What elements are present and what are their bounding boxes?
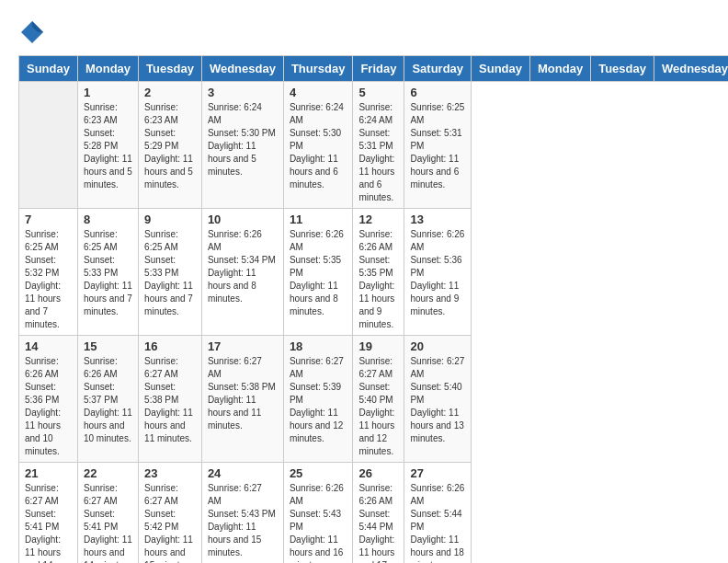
calendar-cell: 5Sunrise: 6:24 AMSunset: 5:31 PMDaylight… [353, 82, 404, 209]
calendar-cell: 8Sunrise: 6:25 AMSunset: 5:33 PMDaylight… [77, 209, 138, 336]
day-info: Sunrise: 6:27 AMSunset: 5:43 PMDaylight:… [208, 482, 278, 559]
day-info: Sunrise: 6:26 AMSunset: 5:44 PMDaylight:… [358, 482, 398, 563]
day-number: 27 [410, 466, 465, 480]
calendar-cell: 3Sunrise: 6:24 AMSunset: 5:30 PMDaylight… [201, 82, 283, 209]
day-info: Sunrise: 6:27 AMSunset: 5:40 PMDaylight:… [410, 355, 465, 445]
calendar-cell: 6Sunrise: 6:25 AMSunset: 5:31 PMDaylight… [404, 82, 472, 209]
calendar-cell: 19Sunrise: 6:27 AMSunset: 5:40 PMDayligh… [353, 336, 404, 463]
day-number: 24 [208, 466, 278, 480]
col-header-thursday: Thursday [283, 56, 353, 82]
day-number: 22 [84, 466, 132, 480]
day-info: Sunrise: 6:23 AMSunset: 5:29 PMDaylight:… [144, 101, 196, 191]
day-number: 14 [25, 339, 72, 353]
day-info: Sunrise: 6:27 AMSunset: 5:41 PMDaylight:… [25, 482, 72, 563]
day-info: Sunrise: 6:27 AMSunset: 5:39 PMDaylight:… [290, 355, 347, 445]
day-number: 17 [208, 339, 278, 353]
day-info: Sunrise: 6:26 AMSunset: 5:43 PMDaylight:… [290, 482, 347, 563]
day-info: Sunrise: 6:26 AMSunset: 5:44 PMDaylight:… [410, 482, 465, 563]
day-info: Sunrise: 6:25 AMSunset: 5:31 PMDaylight:… [410, 101, 465, 191]
day-info: Sunrise: 6:24 AMSunset: 5:30 PMDaylight:… [208, 101, 278, 178]
day-info: Sunrise: 6:27 AMSunset: 5:42 PMDaylight:… [144, 482, 196, 563]
calendar-cell: 16Sunrise: 6:27 AMSunset: 5:38 PMDayligh… [139, 336, 202, 463]
day-info: Sunrise: 6:26 AMSunset: 5:35 PMDaylight:… [290, 228, 347, 318]
col-header-tuesday: Tuesday [139, 56, 202, 82]
day-number: 21 [25, 466, 72, 480]
calendar-table: SundayMondayTuesdayWednesdayThursdayFrid… [18, 55, 728, 563]
day-info: Sunrise: 6:25 AMSunset: 5:32 PMDaylight:… [25, 228, 72, 331]
col-header-saturday: Saturday [404, 56, 472, 82]
day-info: Sunrise: 6:24 AMSunset: 5:30 PMDaylight:… [290, 101, 347, 191]
col-header-wednesday: Wednesday [201, 56, 283, 82]
calendar-cell: 11Sunrise: 6:26 AMSunset: 5:35 PMDayligh… [283, 209, 353, 336]
calendar-cell: 10Sunrise: 6:26 AMSunset: 5:34 PMDayligh… [201, 209, 283, 336]
calendar-cell: 25Sunrise: 6:26 AMSunset: 5:43 PMDayligh… [283, 463, 353, 564]
day-number: 7 [25, 213, 72, 226]
calendar-cell: 27Sunrise: 6:26 AMSunset: 5:44 PMDayligh… [404, 463, 472, 564]
day-number: 26 [358, 466, 398, 480]
logo [18, 18, 50, 46]
calendar-cell: 24Sunrise: 6:27 AMSunset: 5:43 PMDayligh… [201, 463, 283, 564]
calendar-cell: 9Sunrise: 6:25 AMSunset: 5:33 PMDaylight… [139, 209, 202, 336]
calendar-cell: 14Sunrise: 6:26 AMSunset: 5:36 PMDayligh… [19, 336, 78, 463]
day-number: 19 [358, 339, 398, 353]
day-info: Sunrise: 6:26 AMSunset: 5:37 PMDaylight:… [84, 355, 132, 445]
calendar-cell: 20Sunrise: 6:27 AMSunset: 5:40 PMDayligh… [404, 336, 472, 463]
day-number: 25 [290, 466, 347, 480]
day-number: 1 [84, 86, 132, 99]
day-info: Sunrise: 6:26 AMSunset: 5:36 PMDaylight:… [410, 228, 465, 318]
day-number: 8 [84, 213, 132, 226]
day-number: 3 [208, 86, 278, 99]
day-number: 20 [410, 339, 465, 353]
header-row: SundayMondayTuesdayWednesdayThursdayFrid… [19, 56, 729, 82]
day-info: Sunrise: 6:26 AMSunset: 5:36 PMDaylight:… [25, 355, 72, 458]
col-header-wednesday: Wednesday [654, 56, 728, 82]
day-info: Sunrise: 6:27 AMSunset: 5:40 PMDaylight:… [358, 355, 398, 458]
day-number: 5 [358, 86, 398, 99]
day-info: Sunrise: 6:27 AMSunset: 5:41 PMDaylight:… [84, 482, 132, 563]
page-header [18, 18, 710, 46]
calendar-cell: 2Sunrise: 6:23 AMSunset: 5:29 PMDaylight… [139, 82, 202, 209]
day-info: Sunrise: 6:26 AMSunset: 5:35 PMDaylight:… [358, 228, 398, 331]
day-number: 23 [144, 466, 196, 480]
day-number: 9 [144, 213, 196, 226]
day-number: 12 [358, 213, 398, 226]
col-header-monday: Monday [530, 56, 591, 82]
col-header-monday: Monday [77, 56, 138, 82]
day-info: Sunrise: 6:24 AMSunset: 5:31 PMDaylight:… [358, 101, 398, 204]
day-number: 18 [290, 339, 347, 353]
calendar-cell: 7Sunrise: 6:25 AMSunset: 5:32 PMDaylight… [19, 209, 78, 336]
day-number: 2 [144, 86, 196, 99]
col-header-sunday: Sunday [19, 56, 78, 82]
day-info: Sunrise: 6:26 AMSunset: 5:34 PMDaylight:… [208, 228, 278, 305]
calendar-cell: 12Sunrise: 6:26 AMSunset: 5:35 PMDayligh… [353, 209, 404, 336]
day-number: 13 [410, 213, 465, 226]
calendar-cell: 17Sunrise: 6:27 AMSunset: 5:38 PMDayligh… [201, 336, 283, 463]
col-header-friday: Friday [353, 56, 404, 82]
day-info: Sunrise: 6:27 AMSunset: 5:38 PMDaylight:… [144, 355, 196, 445]
day-info: Sunrise: 6:25 AMSunset: 5:33 PMDaylight:… [144, 228, 196, 318]
day-info: Sunrise: 6:27 AMSunset: 5:38 PMDaylight:… [208, 355, 278, 432]
week-row-3: 14Sunrise: 6:26 AMSunset: 5:36 PMDayligh… [19, 336, 729, 463]
day-number: 6 [410, 86, 465, 99]
calendar-cell: 13Sunrise: 6:26 AMSunset: 5:36 PMDayligh… [404, 209, 472, 336]
calendar-cell: 1Sunrise: 6:23 AMSunset: 5:28 PMDaylight… [77, 82, 138, 209]
day-number: 4 [290, 86, 347, 99]
calendar-cell: 4Sunrise: 6:24 AMSunset: 5:30 PMDaylight… [283, 82, 353, 209]
calendar-cell: 26Sunrise: 6:26 AMSunset: 5:44 PMDayligh… [353, 463, 404, 564]
day-number: 11 [290, 213, 347, 226]
logo-icon [18, 18, 46, 46]
calendar-cell: 22Sunrise: 6:27 AMSunset: 5:41 PMDayligh… [77, 463, 138, 564]
week-row-1: 1Sunrise: 6:23 AMSunset: 5:28 PMDaylight… [19, 82, 729, 209]
day-info: Sunrise: 6:23 AMSunset: 5:28 PMDaylight:… [84, 101, 132, 191]
day-number: 15 [84, 339, 132, 353]
week-row-2: 7Sunrise: 6:25 AMSunset: 5:32 PMDaylight… [19, 209, 729, 336]
col-header-sunday: Sunday [472, 56, 530, 82]
calendar-cell: 15Sunrise: 6:26 AMSunset: 5:37 PMDayligh… [77, 336, 138, 463]
day-info: Sunrise: 6:25 AMSunset: 5:33 PMDaylight:… [84, 228, 132, 318]
day-number: 16 [144, 339, 196, 353]
day-number: 10 [208, 213, 278, 226]
col-header-tuesday: Tuesday [591, 56, 654, 82]
calendar-cell: 21Sunrise: 6:27 AMSunset: 5:41 PMDayligh… [19, 463, 78, 564]
calendar-cell: 18Sunrise: 6:27 AMSunset: 5:39 PMDayligh… [283, 336, 353, 463]
calendar-cell [19, 82, 78, 209]
